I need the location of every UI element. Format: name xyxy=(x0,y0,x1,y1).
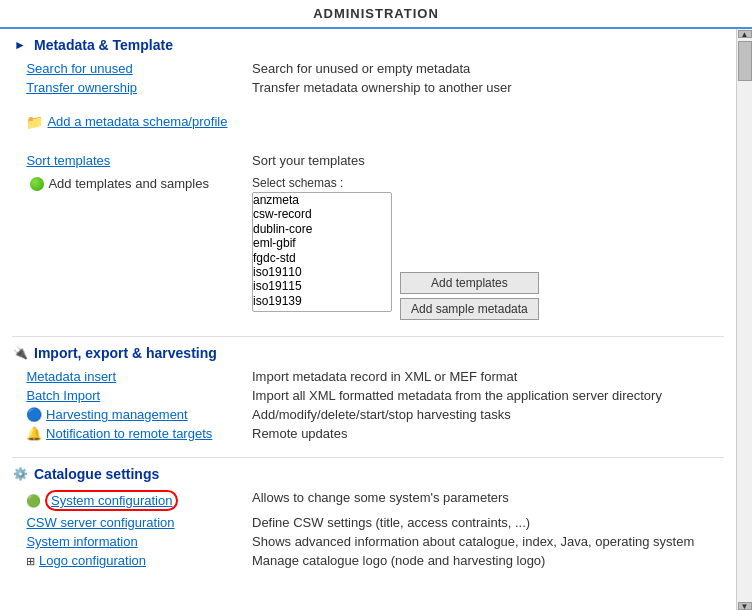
schemas-area: anzmeta csw-record dublin-core eml-gbif … xyxy=(252,192,724,320)
divider-2 xyxy=(12,457,724,458)
row-system-config: 🟢 System configuration Allows to change … xyxy=(12,490,724,511)
add-templates-label: Add templates and samples xyxy=(48,176,208,191)
templates-right-col: Select schemas : anzmeta csw-record dubl… xyxy=(252,176,724,320)
section-title-metadata: ► Metadata & Template xyxy=(12,37,724,53)
add-sample-button[interactable]: Add sample metadata xyxy=(400,298,539,320)
desc-notification: Remote updates xyxy=(252,426,724,441)
scroll-down-btn[interactable]: ▼ xyxy=(738,602,752,610)
link-col-harvesting: 🔵 Harvesting management xyxy=(12,407,252,422)
desc-search-unused: Search for unused or empty metadata xyxy=(252,61,724,76)
scrollbar[interactable]: ▲ ▼ xyxy=(736,29,752,610)
notification-link[interactable]: Notification to remote targets xyxy=(46,426,212,441)
row-metadata-insert: Metadata insert Import metadata record i… xyxy=(12,369,724,384)
green-circle-icon xyxy=(30,177,44,191)
row-batch-import: Batch Import Import all XML formatted me… xyxy=(12,388,724,403)
harvesting-icon: 🔵 xyxy=(26,407,42,422)
desc-harvesting: Add/modify/delete/start/stop harvesting … xyxy=(252,407,724,422)
scroll-thumb[interactable] xyxy=(738,41,752,81)
templates-btn-group: Add templates Add sample metadata xyxy=(400,272,539,320)
section-title-catalogue: ⚙️ Catalogue settings xyxy=(12,466,724,482)
gear-section-icon: ⚙️ xyxy=(12,466,28,482)
harvesting-link[interactable]: Harvesting management xyxy=(46,407,188,422)
sort-templates-link[interactable]: Sort templates xyxy=(26,153,110,168)
desc-sort-templates: Sort your templates xyxy=(252,153,724,168)
desc-logo-config: Manage catalogue logo (node and harvesti… xyxy=(252,553,724,568)
link-col-sort: Sort templates xyxy=(12,153,252,168)
link-col-csw: CSW server configuration xyxy=(12,515,252,530)
system-config-link[interactable]: System configuration xyxy=(45,490,178,511)
desc-csw-config: Define CSW settings (title, access contr… xyxy=(252,515,724,530)
desc-system-config: Allows to change some system's parameter… xyxy=(252,490,724,505)
divider-1 xyxy=(12,336,724,337)
add-templates-button[interactable]: Add templates xyxy=(400,272,539,294)
schema-option-csw[interactable]: csw-record xyxy=(253,207,391,221)
row-add-schema: 📁 Add a metadata schema/profile xyxy=(12,114,724,130)
folder-icon: 📁 xyxy=(26,114,43,130)
desc-transfer-ownership: Transfer metadata ownership to another u… xyxy=(252,80,724,95)
notification-icon: 🔔 xyxy=(26,426,42,441)
schema-option-iso19115[interactable]: iso19115 xyxy=(253,279,391,293)
link-col-metadata-insert: Metadata insert xyxy=(12,369,252,384)
row-sort-templates: Sort templates Sort your templates xyxy=(12,153,724,168)
templates-left-col: Add templates and samples xyxy=(12,176,252,191)
link-col-transfer: Transfer ownership xyxy=(12,80,252,95)
scroll-up-btn[interactable]: ▲ xyxy=(738,30,752,38)
csw-config-link[interactable]: CSW server configuration xyxy=(26,515,174,530)
arrow-right-icon: ► xyxy=(12,37,28,53)
schema-option-eml[interactable]: eml-gbif xyxy=(253,236,391,250)
plug-icon: 🔌 xyxy=(12,345,28,361)
link-col-logo: ⊞ Logo configuration xyxy=(12,553,252,568)
select-schemas-label: Select schemas : xyxy=(252,176,724,190)
logo-config-link[interactable]: Logo configuration xyxy=(39,553,146,568)
desc-metadata-insert: Import metadata record in XML or MEF for… xyxy=(252,369,724,384)
link-col-system-config: 🟢 System configuration xyxy=(12,490,252,511)
link-col-sysinfo: System information xyxy=(12,534,252,549)
row-csw-config: CSW server configuration Define CSW sett… xyxy=(12,515,724,530)
schema-select[interactable]: anzmeta csw-record dublin-core eml-gbif … xyxy=(252,192,392,312)
row-notification: 🔔 Notification to remote targets Remote … xyxy=(12,426,724,441)
row-transfer-ownership: Transfer ownership Transfer metadata own… xyxy=(12,80,724,95)
link-col-batch: Batch Import xyxy=(12,388,252,403)
row-search-unused: Search for unused Search for unused or e… xyxy=(12,61,724,76)
link-col-notification: 🔔 Notification to remote targets xyxy=(12,426,252,441)
schema-option-anzmeta[interactable]: anzmeta xyxy=(253,193,391,207)
grid-icon: ⊞ xyxy=(26,555,35,567)
row-harvesting: 🔵 Harvesting management Add/modify/delet… xyxy=(12,407,724,422)
section-catalogue: ⚙️ Catalogue settings 🟢 System configura… xyxy=(12,466,724,568)
search-unused-link[interactable]: Search for unused xyxy=(26,61,132,76)
section-import-export: 🔌 Import, export & harvesting Metadata i… xyxy=(12,345,724,441)
system-config-green-icon: 🟢 xyxy=(26,494,41,508)
batch-import-link[interactable]: Batch Import xyxy=(26,388,100,403)
main-content: ► Metadata & Template Search for unused … xyxy=(0,29,736,610)
link-col-search: Search for unused xyxy=(12,61,252,76)
header: ADMINISTRATION xyxy=(0,0,752,29)
admin-title: ADMINISTRATION xyxy=(0,0,752,29)
schema-option-dublin[interactable]: dublin-core xyxy=(253,222,391,236)
system-info-link[interactable]: System information xyxy=(26,534,137,549)
schema-option-iso19110[interactable]: iso19110 xyxy=(253,265,391,279)
row-add-templates: Add templates and samples Select schemas… xyxy=(12,176,724,320)
schema-option-fgdc[interactable]: fgdc-std xyxy=(253,251,391,265)
section-metadata-template: ► Metadata & Template Search for unused … xyxy=(12,37,724,320)
desc-system-info: Shows advanced information about catalog… xyxy=(252,534,724,549)
section-title-import: 🔌 Import, export & harvesting xyxy=(12,345,724,361)
metadata-insert-link[interactable]: Metadata insert xyxy=(26,369,116,384)
row-system-info: System information Shows advanced inform… xyxy=(12,534,724,549)
row-logo-config: ⊞ Logo configuration Manage catalogue lo… xyxy=(12,553,724,568)
desc-batch-import: Import all XML formatted metadata from t… xyxy=(252,388,724,403)
schema-option-iso19139[interactable]: iso19139 xyxy=(253,294,391,308)
transfer-ownership-link[interactable]: Transfer ownership xyxy=(26,80,137,95)
add-schema-link[interactable]: Add a metadata schema/profile xyxy=(47,114,227,129)
